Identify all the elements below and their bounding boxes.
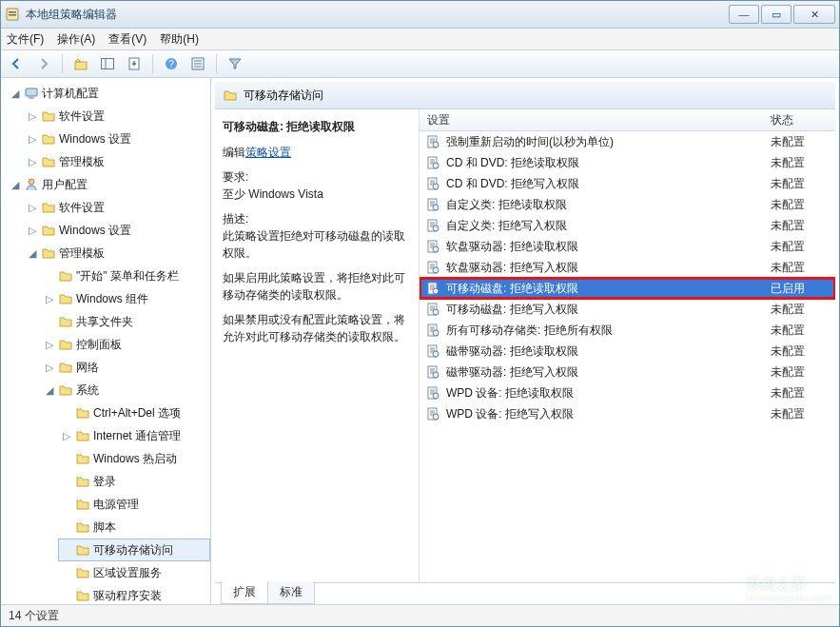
tree-node-windows-components[interactable]: ▷Windows 组件 [41, 287, 210, 310]
tree-label: 用户配置 [42, 175, 88, 194]
forward-button[interactable] [33, 53, 54, 74]
tree-label: 计算机配置 [42, 84, 99, 103]
list-item[interactable]: 自定义类: 拒绝读取权限未配置 [420, 194, 835, 215]
tree-node-windows-settings[interactable]: ▷Windows 设置 [24, 127, 210, 150]
expand-icon[interactable]: ◢ [10, 88, 21, 99]
tree-node-network[interactable]: ▷网络 [41, 356, 210, 379]
show-hide-tree-button[interactable] [97, 53, 118, 74]
expand-icon[interactable]: ▷ [27, 156, 38, 167]
list-item[interactable]: 强制重新启动的时间(以秒为单位)未配置 [420, 131, 835, 152]
maximize-button[interactable]: ▭ [761, 5, 791, 24]
expand-icon[interactable]: ◢ [10, 179, 21, 190]
column-setting[interactable]: 设置 [420, 112, 771, 128]
list-item[interactable]: WPD 设备: 拒绝读取权限未配置 [420, 382, 835, 403]
edit-line: 编辑策略设置 [223, 145, 409, 161]
folder-icon [75, 588, 90, 603]
list-item-text: 可移动磁盘: 拒绝写入权限 [446, 302, 771, 318]
svg-point-50 [433, 267, 439, 273]
tree-node-locale[interactable]: ▷区域设置服务 [58, 561, 210, 584]
list-item[interactable]: WPD 设备: 拒绝写入权限未配置 [420, 403, 835, 424]
tree-node-system[interactable]: ◢系统 [41, 379, 210, 402]
tree-node-ie-comm[interactable]: ▷Internet 通信管理 [58, 424, 210, 447]
svg-point-80 [433, 393, 439, 399]
tree-node-power[interactable]: ▷电源管理 [58, 493, 210, 516]
policy-icon [425, 239, 440, 254]
body: ◢ 计算机配置 ▷软件设置 ▷Windows 设置 ▷管理模板 ◢ [1, 78, 839, 604]
list-item[interactable]: 可移动磁盘: 拒绝写入权限未配置 [420, 299, 835, 320]
details-header: 可移动存储访问 [215, 82, 835, 109]
settings-list[interactable]: 设置 状态 强制重新启动的时间(以秒为单位)未配置CD 和 DVD: 拒绝读取权… [420, 109, 835, 582]
filter-button[interactable] [225, 53, 245, 74]
tree-node-admin-templates[interactable]: ◢管理模板 [24, 242, 210, 265]
svg-text:?: ? [168, 59, 174, 69]
list-item[interactable]: 磁带驱动器: 拒绝读取权限未配置 [420, 341, 835, 362]
menu-action[interactable]: 操作(A) [57, 31, 95, 48]
expand-icon[interactable]: ▷ [27, 110, 38, 122]
tree-node-scripts[interactable]: ▷脚本 [58, 516, 210, 539]
expand-icon[interactable]: ▷ [44, 293, 55, 304]
policy-icon [425, 281, 440, 296]
svg-point-25 [433, 163, 439, 168]
tree-label: Windows 组件 [76, 289, 148, 308]
menu-view[interactable]: 查看(V) [108, 31, 147, 48]
column-state[interactable]: 状态 [771, 112, 835, 128]
tree-node-hotstart[interactable]: ▷Windows 热启动 [58, 447, 210, 470]
folder-icon [58, 314, 73, 329]
tree-node-user-config[interactable]: ◢ 用户配置 [7, 173, 210, 196]
tree-node-startmenu[interactable]: ▷"开始" 菜单和任务栏 [41, 265, 210, 287]
tab-standard[interactable]: 标准 [267, 581, 315, 604]
list-item[interactable]: 所有可移动存储类: 拒绝所有权限未配置 [420, 320, 835, 341]
tree-label: Windows 设置 [59, 221, 131, 240]
expand-icon[interactable]: ▷ [27, 133, 38, 145]
properties-button[interactable] [187, 53, 208, 74]
edit-policy-link[interactable]: 策略设置 [245, 146, 291, 159]
list-item-text: WPD 设备: 拒绝读取权限 [446, 385, 771, 402]
expand-icon[interactable]: ◢ [27, 247, 38, 259]
tree-node-login[interactable]: ▷登录 [58, 470, 210, 493]
tree-node-driver-install[interactable]: ▷驱动程序安装 [58, 584, 210, 604]
tree-node-control-panel[interactable]: ▷控制面板 [41, 333, 210, 356]
expand-icon[interactable]: ◢ [44, 384, 55, 396]
expand-icon[interactable]: ▷ [44, 339, 55, 350]
list-item-state: 未配置 [771, 406, 835, 422]
folder-icon [58, 291, 73, 306]
tree-node-shared-folders[interactable]: ▷共享文件夹 [41, 310, 210, 333]
list-item[interactable]: CD 和 DVD: 拒绝写入权限未配置 [420, 173, 835, 194]
folder-icon [41, 245, 56, 261]
back-button[interactable] [7, 53, 28, 74]
tree-node-removable-storage[interactable]: ▷可移动存储访问 [58, 539, 210, 561]
menu-help[interactable]: 帮助(H) [160, 31, 199, 48]
tree-label: 管理模板 [59, 152, 105, 171]
tree-node-admin-templates[interactable]: ▷管理模板 [24, 150, 210, 173]
menu-file[interactable]: 文件(F) [7, 31, 44, 48]
list-item[interactable]: 软盘驱动器: 拒绝写入权限未配置 [420, 257, 835, 278]
svg-rect-1 [9, 11, 16, 13]
expand-icon[interactable]: ▷ [44, 362, 55, 373]
tab-extended[interactable]: 扩展 [221, 581, 268, 604]
tree-node-software-settings[interactable]: ▷软件设置 [24, 105, 210, 127]
tree-node-cad[interactable]: ▷Ctrl+Alt+Del 选项 [58, 402, 210, 424]
close-button[interactable]: ✕ [793, 5, 835, 24]
list-item[interactable]: 软盘驱动器: 拒绝读取权限未配置 [420, 236, 835, 257]
export-list-button[interactable] [124, 53, 145, 74]
tree-pane[interactable]: ◢ 计算机配置 ▷软件设置 ▷Windows 设置 ▷管理模板 ◢ [1, 78, 211, 604]
up-button[interactable] [70, 53, 91, 74]
tree-node-software-settings[interactable]: ▷软件设置 [24, 196, 210, 219]
minimize-button[interactable]: — [729, 5, 759, 24]
tree-label: 管理模板 [59, 244, 105, 263]
tree-node-computer-config[interactable]: ◢ 计算机配置 [7, 82, 210, 105]
description-label: 描述: [223, 210, 409, 227]
list-item[interactable]: 可移动磁盘: 拒绝读取权限已启用 [420, 278, 835, 299]
list-item[interactable]: CD 和 DVD: 拒绝读取权限未配置 [420, 152, 835, 173]
expand-icon[interactable]: ▷ [27, 225, 38, 236]
tree-node-windows-settings[interactable]: ▷Windows 设置 [24, 219, 210, 242]
list-item[interactable]: 自定义类: 拒绝写入权限未配置 [420, 215, 835, 236]
svg-point-75 [433, 372, 439, 378]
list-item-text: CD 和 DVD: 拒绝读取权限 [446, 155, 771, 171]
tree: ◢ 计算机配置 ▷软件设置 ▷Windows 设置 ▷管理模板 ◢ [5, 82, 210, 604]
expand-icon[interactable]: ▷ [27, 202, 38, 213]
list-item[interactable]: 磁带驱动器: 拒绝写入权限未配置 [420, 362, 835, 382]
help-button[interactable]: ? [161, 53, 182, 74]
expand-icon[interactable]: ▷ [61, 430, 72, 441]
policy-icon [425, 260, 440, 275]
